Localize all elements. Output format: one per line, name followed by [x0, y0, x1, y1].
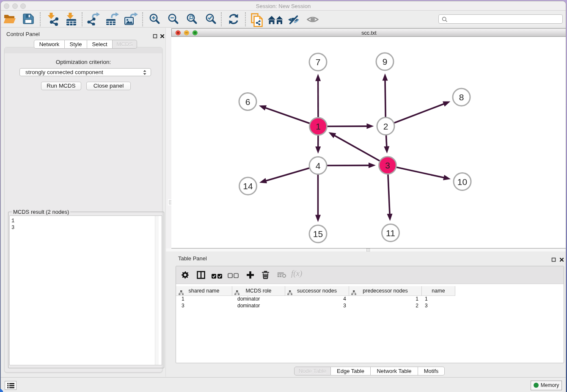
svg-text:4: 4 [316, 161, 321, 171]
svg-text:7: 7 [316, 57, 321, 67]
svg-text:8: 8 [459, 92, 464, 102]
svg-text:9: 9 [383, 57, 388, 66]
svg-text:6: 6 [245, 97, 250, 107]
svg-text:10: 10 [457, 177, 467, 187]
svg-text:11: 11 [386, 228, 395, 238]
svg-text:14: 14 [243, 181, 253, 191]
svg-text:15: 15 [313, 229, 323, 239]
svg-text:1: 1 [316, 121, 321, 131]
svg-text:3: 3 [385, 160, 390, 170]
svg-text:2: 2 [383, 121, 388, 131]
